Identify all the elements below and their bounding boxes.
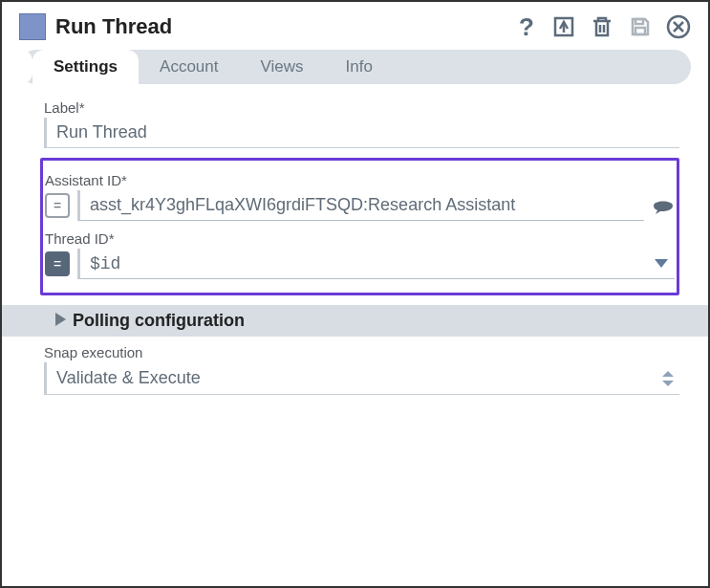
thread-id-row: = [45,249,675,279]
svg-rect-5 [635,19,643,24]
polling-section-label: Polling configuration [73,311,245,331]
svg-marker-13 [662,381,674,386]
assistant-id-input[interactable] [88,194,640,216]
highlighted-id-group: Assistant ID* = Thread ID* = [40,158,679,295]
tab-account[interactable]: Account [139,50,239,84]
save-icon[interactable] [628,14,653,39]
svg-marker-11 [55,313,66,326]
assistant-id-input-wrap [77,190,644,221]
delete-icon[interactable] [590,14,614,39]
tab-bar: Settings Account Views Info [19,50,691,84]
snap-icon [19,13,46,40]
expression-toggle-assistant[interactable]: = [45,193,70,218]
suggest-icon[interactable] [652,197,675,214]
close-icon[interactable] [666,14,691,39]
stepper-icon[interactable] [662,371,674,386]
snap-execution-select[interactable]: Validate & Execute [44,362,679,395]
chevron-right-icon [55,311,67,331]
tab-info[interactable]: Info [325,50,394,84]
titlebar: Run Thread ? [2,2,708,50]
svg-rect-6 [635,28,645,34]
dialog-title: Run Thread [55,14,172,39]
polling-section-header[interactable]: Polling configuration [2,305,708,337]
expression-toggle-thread[interactable]: = [45,251,70,276]
snap-execution-title: Snap execution [44,344,679,360]
export-icon[interactable] [551,14,576,39]
label-field-title: Label* [44,99,679,116]
chevron-down-icon[interactable] [652,259,671,269]
thread-id-input-wrap [77,249,675,279]
tab-settings[interactable]: Settings [32,50,139,84]
assistant-id-row: = [45,190,675,221]
titlebar-actions: ? [513,14,691,39]
assistant-id-title: Assistant ID* [45,172,675,188]
svg-marker-10 [655,259,668,268]
help-icon[interactable]: ? [513,14,538,39]
snap-execution-value: Validate & Execute [56,368,662,388]
tab-views[interactable]: Views [240,50,325,84]
thread-id-input[interactable] [88,253,652,274]
thread-id-title: Thread ID* [45,230,675,247]
settings-form: Label* Assistant ID* = Thread ID* = [2,84,708,395]
dialog-window: Run Thread ? [0,0,710,588]
svg-text:?: ? [519,14,534,39]
svg-marker-12 [662,371,674,377]
label-input[interactable] [44,118,679,148]
